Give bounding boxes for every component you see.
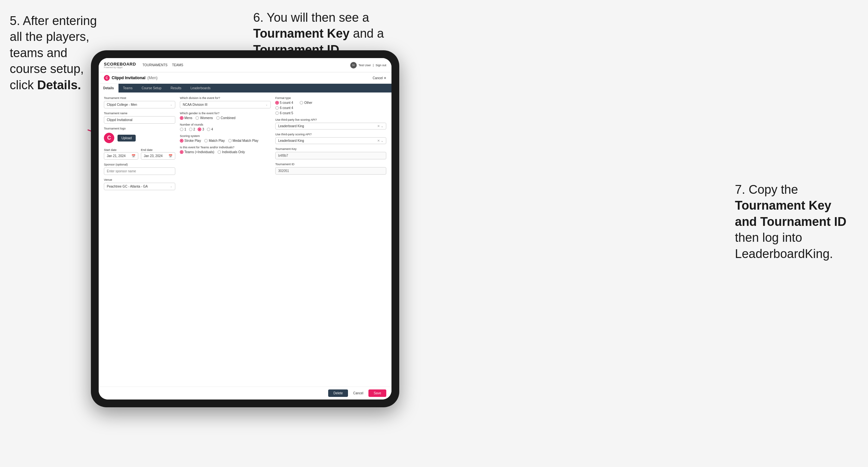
end-date-label: End date (141, 148, 153, 152)
tournament-id-group: Tournament ID 302051 (275, 163, 386, 175)
venue-arrow-icon: ⌄ (170, 185, 173, 188)
rounds-1[interactable]: 1 (180, 128, 186, 131)
gender-womens[interactable]: Womens (195, 116, 213, 120)
sponsor-input[interactable] (104, 167, 175, 175)
teams-group: Is this event for Teams and/or Individua… (180, 146, 271, 154)
footer: Delete Cancel Save (99, 386, 392, 400)
format-5count4[interactable]: 5 count 4 (275, 101, 293, 104)
venue-group: Venue Peachtree GC - Atlanta - GA ⌄ (104, 178, 175, 190)
scoring-match[interactable]: Match Play (204, 139, 225, 143)
scoring-medal[interactable]: Medal Match Play (228, 139, 258, 143)
format-6count5-radio[interactable] (275, 111, 279, 115)
rounds-1-label: 1 (184, 128, 186, 131)
gender-mens-radio[interactable] (180, 116, 183, 120)
sign-out-link[interactable]: Sign out (376, 64, 386, 67)
nav-separator: | (373, 64, 374, 67)
format-other[interactable]: Other (300, 101, 312, 104)
nav-link-teams[interactable]: TEAMS (172, 63, 183, 67)
logo-preview: C (104, 133, 114, 143)
format-6count5[interactable]: 6 count 5 (275, 111, 386, 115)
tab-course-setup[interactable]: Course Setup (137, 84, 166, 93)
gender-combined[interactable]: Combined (216, 116, 236, 120)
teams-radio-group: Teams (+Individuals) Individuals Only (180, 150, 271, 154)
scoring-match-radio[interactable] (204, 139, 208, 143)
tournament-key-group: Tournament Key b4f8b7 (275, 147, 386, 159)
tab-leaderboards[interactable]: Leaderboards (186, 84, 215, 93)
individuals-only[interactable]: Individuals Only (217, 150, 245, 154)
format-5count4-radio[interactable] (275, 101, 279, 104)
annotation-top-text: 6. You will then see aTournament Key and… (253, 11, 384, 57)
tournament-id-label: Tournament ID (275, 163, 386, 166)
scoring-medal-label: Medal Match Play (233, 139, 258, 143)
teams-plus-individuals[interactable]: Teams (+Individuals) (180, 150, 214, 154)
delete-button[interactable]: Delete (328, 390, 348, 397)
main-content: Tournament Host Clippd College - Men ⌄ T… (99, 93, 392, 386)
tournament-host-select[interactable]: Clippd College - Men ⌄ (104, 101, 175, 108)
format-6count4-radio[interactable] (275, 106, 279, 110)
user-avatar: SI (350, 62, 357, 68)
format-other-label: Other (304, 101, 312, 104)
format-other-radio[interactable] (300, 101, 303, 104)
third-party-2-clear-icon[interactable]: ✕ ⌄ (377, 139, 383, 143)
scoring-stroke[interactable]: Stroke Play (180, 139, 201, 143)
logo-upload: C Upload (104, 133, 175, 143)
sponsor-group: Sponsor (optional) (104, 163, 175, 175)
end-date-input[interactable]: Jan 23, 2024 📅 (141, 152, 175, 160)
tournament-name: Clippd Invitational (112, 75, 146, 80)
individuals-only-label: Individuals Only (222, 150, 245, 154)
tournament-header: C Clippd Invitational (Men) Cancel ✕ (99, 72, 392, 84)
upload-button[interactable]: Upload (118, 135, 136, 142)
format-6count5-label: 6 count 5 (280, 111, 293, 115)
rounds-3-radio[interactable] (198, 128, 201, 131)
rounds-4-radio[interactable] (207, 128, 210, 131)
nav-link-tournaments[interactable]: TOURNAMENTS (143, 63, 167, 67)
gender-womens-radio[interactable] (195, 116, 199, 120)
third-party-1-value: Leaderboard King (278, 124, 304, 128)
rounds-4[interactable]: 4 (207, 128, 213, 131)
scoring-stroke-radio[interactable] (180, 139, 183, 143)
format-5count4-label: 5 count 4 (280, 101, 293, 104)
format-options: 5 count 4 Other 6 count 4 (275, 101, 386, 115)
tab-details[interactable]: Details (99, 84, 119, 93)
rounds-2[interactable]: 2 (189, 128, 195, 131)
tournament-host-group: Tournament Host Clippd College - Men ⌄ (104, 96, 175, 108)
third-party-2-select[interactable]: Leaderboard King ✕ ⌄ (275, 137, 386, 144)
brand: SCOREBOARD Powered by clippd (104, 62, 136, 68)
user-name: Test User (359, 64, 371, 67)
annotation-left: 5. After enteringall the players,teams a… (10, 13, 101, 93)
venue-label: Venue (104, 178, 175, 181)
cancel-button[interactable]: Cancel ✕ (373, 76, 386, 80)
third-party-1-clear-icon[interactable]: ✕ ⌄ (377, 124, 383, 128)
rounds-2-radio[interactable] (189, 128, 192, 131)
third-party-2-value: Leaderboard King (278, 139, 304, 143)
tab-results[interactable]: Results (166, 84, 186, 93)
scoring-match-label: Match Play (209, 139, 225, 143)
third-party-1-select[interactable]: Leaderboard King ✕ ⌄ (275, 123, 386, 129)
nav-links: TOURNAMENTS TEAMS (143, 63, 344, 67)
rounds-4-label: 4 (211, 128, 213, 131)
gender-mens[interactable]: Mens (180, 116, 192, 120)
rounds-1-radio[interactable] (180, 128, 183, 131)
third-party-2-group: Use third-party scoring API? Leaderboard… (275, 133, 386, 144)
tab-bar: Details Teams Course Setup Results Leade… (99, 84, 392, 93)
format-6count4[interactable]: 6 count 4 (275, 106, 386, 110)
footer-cancel-button[interactable]: Cancel (350, 390, 366, 397)
division-label: Which division is the event for? (180, 96, 271, 100)
teams-plus-radio[interactable] (180, 150, 183, 154)
date-row: Start date Jan 21, 2024 📅 End date Jan 2… (104, 146, 175, 160)
division-select[interactable]: NCAA Division III ⌄ (180, 101, 271, 108)
gender-combined-radio[interactable] (216, 116, 220, 120)
scoring-medal-radio[interactable] (228, 139, 232, 143)
rounds-3[interactable]: 3 (198, 128, 204, 131)
start-date-input[interactable]: Jan 21, 2024 📅 (104, 152, 138, 160)
end-date-value: Jan 23, 2024 (144, 154, 163, 158)
teams-plus-label: Teams (+Individuals) (184, 150, 214, 154)
calendar-icon-end: 📅 (168, 154, 173, 158)
tab-teams[interactable]: Teams (119, 84, 137, 93)
save-button[interactable]: Save (368, 390, 386, 397)
venue-select[interactable]: Peachtree GC - Atlanta - GA ⌄ (104, 183, 175, 190)
individuals-only-radio[interactable] (217, 150, 221, 154)
tournament-name-input[interactable] (104, 116, 175, 124)
gender-group: Which gender is the event for? Mens Wome… (180, 112, 271, 120)
col-right: Format type 5 count 4 Other (275, 96, 386, 383)
